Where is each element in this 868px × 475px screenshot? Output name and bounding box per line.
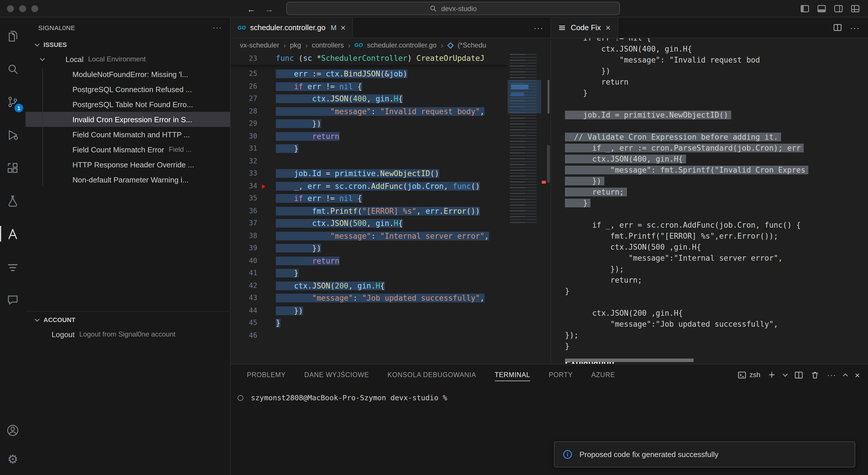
horizontal-scrollbar[interactable] (565, 358, 693, 362)
navigate-forward-icon[interactable]: → (265, 4, 274, 13)
more-actions-icon[interactable]: ··· (827, 371, 836, 379)
activity-source-control[interactable]: 1 (0, 85, 26, 118)
toggle-sidebar-right-icon[interactable] (834, 4, 843, 13)
notification-toast[interactable]: Proposed code fix generated successfully (554, 441, 855, 468)
code-line[interactable]: 41 } (230, 267, 507, 280)
issue-item[interactable]: Non-default Parameter Warning i... (26, 172, 230, 187)
activity-explorer[interactable] (0, 19, 26, 52)
ruler-selection-mark (548, 80, 549, 114)
breadcrumb-item[interactable]: controllers (312, 41, 344, 49)
code-line[interactable]: 23func (sc *SchedulerController) CreateO… (230, 52, 507, 65)
codefix-line: fmt.Printf("[ERROR] %s",err.Error()); (565, 230, 868, 242)
terminal-shell-selector[interactable]: zsh (737, 371, 760, 379)
issue-item[interactable]: Field Count Mismatch and HTTP ... (26, 127, 230, 142)
code-line[interactable]: 39 }) (230, 242, 507, 255)
issue-item[interactable]: HTTP Response Header Override ... (26, 157, 230, 172)
editor-actions: ··· (534, 18, 551, 38)
activity-accounts[interactable] (0, 416, 26, 445)
panel-tab-problemy[interactable]: PROBLEMY (247, 365, 286, 385)
chevron-down-icon[interactable] (783, 372, 788, 377)
minimap[interactable] (507, 52, 541, 364)
breadcrumb-symbol[interactable]: (*Schedu (458, 41, 487, 49)
toggle-sidebar-left-icon[interactable] (800, 4, 809, 13)
code-line[interactable]: 43 "message": "Job updated successfully"… (230, 292, 507, 305)
activity-signals[interactable] (0, 250, 26, 283)
close-panel-icon[interactable]: × (855, 371, 860, 379)
more-actions-icon[interactable]: ··· (213, 23, 222, 32)
codefix-line: } (565, 197, 868, 209)
activity-signalone[interactable] (0, 217, 26, 250)
codefix-line: }) (565, 65, 868, 76)
section-account[interactable]: ACCOUNT (26, 313, 230, 327)
panel-tab-azure[interactable]: AZURE (591, 365, 615, 385)
code-line[interactable]: 34 _, err = sc.cron.AddFunc(job.Cron, fu… (230, 180, 507, 192)
code-line[interactable]: 27 ctx.JSON(400, gin.H{ (230, 93, 507, 105)
code-line[interactable]: 25 err := ctx.BindJSON(&job) (230, 68, 507, 80)
panel-tab-dane-wyjściowe[interactable]: DANE WYJŚCIOWE (304, 365, 369, 385)
activity-run-debug[interactable] (0, 118, 26, 151)
code-line[interactable]: 26 if err != nil { (230, 80, 507, 93)
tree-item-local-env[interactable]: Local Local Environment (26, 52, 230, 67)
customize-layout-icon[interactable] (850, 4, 860, 13)
code-line[interactable]: 36 fmt.Printf("[ERROR] %s", err.Error()) (230, 205, 507, 217)
code-line[interactable]: 32 (230, 155, 507, 167)
code-line[interactable]: 44 }) (230, 305, 507, 317)
code-line[interactable]: 30 return (230, 130, 507, 142)
activity-extensions[interactable] (0, 151, 26, 184)
split-editor-icon[interactable] (833, 23, 842, 32)
chevron-up-icon[interactable] (843, 373, 848, 378)
code-line[interactable]: 28 "message": "Invalid request body", (230, 105, 507, 118)
breadcrumb-item[interactable]: vx-scheduler (240, 41, 279, 49)
panel-tab-porty[interactable]: PORTY (549, 365, 573, 385)
new-terminal-icon[interactable] (768, 371, 776, 379)
issue-item[interactable]: PostgreSQL Table Not Found Erro... (26, 97, 230, 112)
issue-item[interactable]: ModuleNotFoundError: Missing 'l... (26, 67, 230, 82)
tab-label: scheduler.controller.go (250, 23, 326, 32)
activity-testing[interactable] (0, 184, 26, 217)
code-line[interactable]: 46 (230, 329, 507, 342)
activity-settings[interactable]: ⚙ (0, 445, 26, 474)
minimize-window-button[interactable] (19, 5, 26, 12)
panel-tab-konsola-debugowania[interactable]: KONSOLA DEBUGOWANIA (388, 365, 476, 385)
close-icon[interactable]: × (606, 23, 611, 32)
more-actions-icon[interactable]: ··· (850, 23, 860, 32)
issue-item[interactable]: PostgreSQL Connection Refused ... (26, 82, 230, 97)
vscode-window: ← → devx-studio 1 (0, 0, 868, 475)
terminal-prompt-line[interactable]: szymonst2808@MacBook-Pro-Szymon devx-stu… (238, 393, 868, 402)
breadcrumb-file[interactable]: scheduler.controller.go (367, 41, 437, 49)
logout-item[interactable]: Logout Logout from Signal0ne account (26, 327, 230, 342)
code-line[interactable]: 29 }) (230, 118, 507, 130)
activity-chat[interactable] (0, 283, 26, 316)
close-window-button[interactable] (7, 5, 14, 12)
code-line[interactable]: 40 return (230, 255, 507, 267)
tab-code-fix[interactable]: Code Fix × (551, 18, 618, 38)
minimap-lines-accent (510, 54, 525, 225)
split-terminal-icon[interactable] (795, 371, 803, 379)
close-icon[interactable]: × (340, 23, 346, 32)
navigate-back-icon[interactable]: ← (247, 4, 255, 13)
code-line[interactable]: 45} (230, 317, 507, 329)
toggle-panel-icon[interactable] (817, 4, 826, 13)
zoom-window-button[interactable] (31, 5, 38, 12)
issue-item[interactable]: Field Count Mismatch ErrorField ... (26, 142, 230, 157)
codefix-line: }); (565, 329, 868, 341)
issue-item[interactable]: Invalid Cron Expression Error in S... (26, 112, 230, 127)
terminal-prompt: szymonst2808@MacBook-Pro-Szymon devx-stu… (251, 393, 447, 402)
panel-tab-terminal[interactable]: TERMINAL (495, 365, 530, 385)
editor-scrollbar[interactable] (547, 145, 550, 183)
activity-search[interactable] (0, 52, 26, 85)
command-center[interactable]: devx-studio (286, 2, 620, 15)
code-editor[interactable]: 23func (sc *SchedulerController) CreateO… (230, 52, 551, 364)
code-line[interactable]: 37 ctx.JSON(500, gin.H{ (230, 217, 507, 230)
code-line[interactable]: 38 "message": "Internal server error", (230, 230, 507, 242)
code-line[interactable]: 35 if err != nil { (230, 192, 507, 205)
breadcrumb-item[interactable]: pkg (290, 41, 301, 49)
section-issues[interactable]: ISSUES (26, 38, 230, 52)
tab-scheduler-controller[interactable]: GO scheduler.controller.go M × (230, 18, 353, 38)
code-line[interactable]: 42 ctx.JSON(200, gin.H{ (230, 280, 507, 292)
trash-icon[interactable] (811, 371, 819, 379)
code-line[interactable]: 33 job.Id = primitive.NewObjectID() (230, 167, 507, 180)
more-actions-icon[interactable]: ··· (534, 23, 544, 32)
code-line[interactable]: 31 } (230, 142, 507, 155)
git-modified-badge: M (331, 24, 336, 32)
